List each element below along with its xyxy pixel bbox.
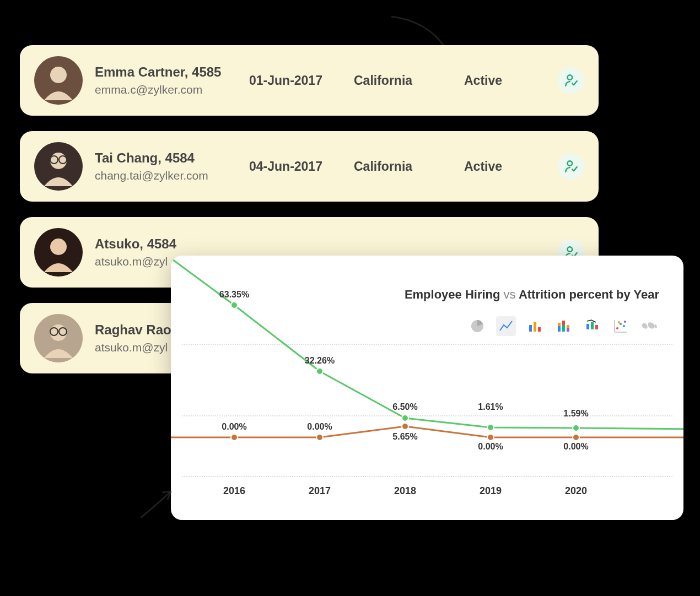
data-label: 0.00%: [478, 442, 503, 452]
chart-panel: Employee Hiring vs Attrition percent by …: [171, 256, 683, 520]
employee-status: Active: [464, 159, 530, 174]
svg-point-43: [402, 423, 408, 430]
svg-point-12: [50, 324, 67, 341]
employee-card[interactable]: Tai Chang, 4584 chang.tai@zylker.com 04-…: [20, 131, 599, 202]
employee-name: Atsuko, 4584: [95, 236, 249, 252]
data-label: 0.00%: [307, 422, 332, 432]
employee-location: California: [354, 73, 464, 88]
user-check-icon: [564, 159, 578, 174]
data-label: 0.00%: [222, 422, 246, 432]
x-tick: 2018: [389, 485, 422, 497]
data-label: 5.65%: [392, 432, 417, 442]
avatar: [34, 56, 83, 105]
user-check-icon: [564, 73, 578, 88]
data-label: 1.59%: [563, 409, 588, 419]
svg-point-44: [487, 434, 494, 441]
svg-point-4: [50, 153, 67, 169]
svg-point-37: [316, 368, 323, 375]
data-label: 0.00%: [563, 442, 588, 452]
user-check-button[interactable]: [558, 67, 584, 94]
x-tick: 2017: [303, 485, 336, 497]
data-label: 32.26%: [305, 356, 335, 366]
svg-point-1: [50, 67, 67, 83]
svg-point-41: [231, 434, 238, 441]
svg-point-36: [231, 302, 238, 308]
employee-date: 04-Jun-2017: [249, 159, 354, 174]
employee-location: California: [354, 159, 464, 174]
svg-point-2: [568, 75, 573, 80]
user-check-button[interactable]: [558, 153, 584, 180]
avatar: [34, 314, 83, 362]
svg-point-10: [568, 247, 573, 252]
x-tick: 2020: [559, 485, 593, 497]
employee-email: chang.tai@zylker.com: [95, 169, 249, 182]
employee-date: 01-Jun-2017: [249, 73, 354, 88]
avatar: [34, 228, 83, 277]
x-tick: 2019: [474, 485, 507, 497]
svg-point-40: [573, 425, 579, 431]
data-label: 63.35%: [219, 290, 249, 300]
data-label: 1.61%: [478, 402, 503, 412]
employee-status: Active: [464, 73, 530, 88]
svg-point-7: [568, 161, 573, 166]
svg-point-38: [402, 415, 408, 421]
avatar: [34, 142, 83, 191]
employee-email: emma.c@zylker.com: [95, 83, 249, 96]
employee-card[interactable]: Emma Cartner, 4585 emma.c@zylker.com 01-…: [20, 45, 599, 116]
x-tick: 2016: [218, 485, 251, 497]
svg-point-42: [316, 434, 323, 441]
employee-name: Tai Chang, 4584: [95, 150, 249, 166]
svg-point-9: [50, 239, 67, 255]
data-label: 6.50%: [392, 402, 417, 412]
employee-name: Emma Cartner, 4585: [95, 64, 249, 80]
svg-point-45: [573, 434, 579, 441]
svg-point-39: [487, 424, 494, 431]
